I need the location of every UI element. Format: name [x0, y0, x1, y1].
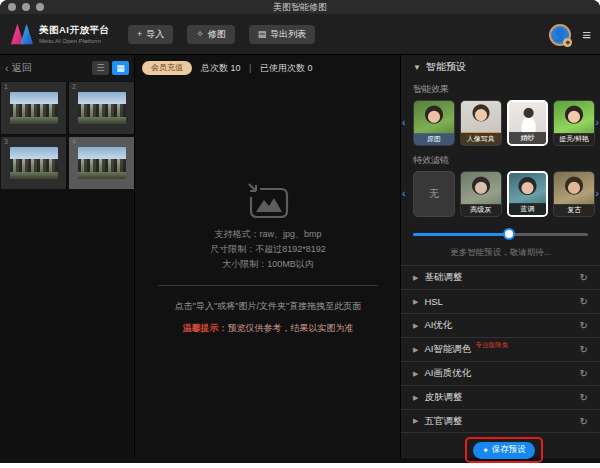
filters-label: 特效滤镜: [401, 150, 600, 171]
retouch-button[interactable]: ✧ 修图: [187, 25, 235, 44]
screenshot-margin: [0, 463, 600, 468]
dropzone[interactable]: 支持格式：raw、jpg、bmp 尺寸限制：不超过8192*8192 大小限制：…: [136, 181, 400, 335]
reset-icon[interactable]: ↻: [580, 392, 588, 403]
section-ai-color-grading[interactable]: ▶ AI智能调色 专业版限免 ↻: [401, 337, 600, 361]
caret-right-icon: ▶: [413, 370, 418, 378]
titlebar: 美图智能修图: [0, 0, 600, 14]
annotation-highlight-box: ✦ 保存预设: [465, 437, 543, 463]
effect-original[interactable]: 原图: [413, 100, 455, 146]
group-photo-preview: [78, 147, 126, 179]
reset-icon[interactable]: ↻: [580, 344, 588, 355]
drop-hint-text: 点击"导入"或将"图片/文件夹"直接拖拽至此页面: [136, 300, 400, 313]
filter-blue-tone-selected[interactable]: 蓝调: [507, 171, 549, 217]
effect-brighten-vivid[interactable]: 提亮/鲜艳: [553, 100, 595, 146]
window-title: 美图智能修图: [0, 0, 600, 14]
presets-panel: ▼ 智能预设 智能效果 ‹ 原图 人像写真 婚纱 提亮/鲜艳 ›: [400, 55, 600, 458]
section-label: AI智能调色: [424, 343, 471, 356]
usage-counters: 总次数 10 | 已使用次数 0: [201, 62, 312, 75]
caret-right-icon: ▶: [413, 346, 418, 354]
carousel-right-icon[interactable]: ›: [595, 116, 599, 128]
thumbnail-grid: 1 2 3 4: [0, 81, 134, 190]
reset-icon[interactable]: ↻: [580, 416, 588, 427]
section-ai-quality[interactable]: ▶ AI画质优化 ↻: [401, 361, 600, 385]
divider: [158, 285, 378, 286]
effect-label: 提亮/鲜艳: [554, 133, 594, 145]
section-label: 基础调整: [424, 271, 462, 284]
export-list-button[interactable]: ▤ 导出列表: [249, 25, 316, 44]
pro-free-badge: 专业版限免: [475, 341, 508, 350]
reset-icon[interactable]: ↻: [580, 272, 588, 283]
menu-icon[interactable]: ≡: [582, 26, 590, 43]
group-photo-preview: [10, 147, 58, 179]
star-icon: ✦: [482, 446, 489, 455]
section-label: AI优化: [424, 319, 452, 332]
photo-thumbnail-4-selected[interactable]: 4: [69, 137, 134, 189]
section-label: HSL: [424, 296, 442, 307]
group-photo-preview: [78, 92, 126, 124]
filter-slider-handle[interactable]: [503, 228, 515, 240]
save-preset-label: 保存预设: [492, 444, 526, 456]
filter-retro[interactable]: 复古: [553, 171, 595, 217]
caret-down-icon: ▼: [413, 63, 421, 72]
carousel-left-icon[interactable]: ‹: [402, 187, 406, 199]
brand-subtitle: Meitu AI Open Platform: [39, 38, 110, 44]
section-basic-adjust[interactable]: ▶ 基础调整 ↻: [401, 265, 600, 289]
section-label: 皮肤调整: [424, 391, 462, 404]
retouch-button-label: 修图: [208, 28, 226, 41]
photo-thumbnail-1[interactable]: 1: [1, 82, 66, 134]
sidebar: ‹ 返回 ☰ ▦ 1 2 3 4: [0, 55, 135, 458]
caret-right-icon: ▶: [413, 394, 418, 402]
filter-intensity-slider[interactable]: [413, 225, 588, 243]
toolbar-right: 👤 ◆ ≡: [549, 14, 590, 55]
grid-view-button[interactable]: ▦: [112, 61, 129, 75]
member-recharge-button[interactable]: 会员充值: [142, 61, 192, 75]
effect-wedding-selected[interactable]: 婚纱: [507, 100, 549, 146]
effects-carousel: ‹ 原图 人像写真 婚纱 提亮/鲜艳 ›: [401, 100, 600, 150]
filter-label: 蓝调: [509, 203, 547, 215]
list-view-button[interactable]: ☰: [92, 61, 109, 75]
filters-carousel: ‹ 无 高级灰 蓝调 复古 ›: [401, 171, 600, 221]
smart-presets-title: 智能预设: [426, 60, 466, 74]
save-preset-button[interactable]: ✦ 保存预设: [473, 442, 535, 459]
photo-thumbnail-2[interactable]: 2: [69, 82, 134, 134]
filter-advanced-gray[interactable]: 高级灰: [460, 171, 502, 217]
effect-label: 原图: [414, 133, 454, 145]
group-photo-preview: [10, 92, 58, 124]
caret-right-icon: ▶: [413, 298, 418, 306]
chevron-left-icon: ‹: [5, 62, 9, 74]
plus-icon: +: [137, 29, 142, 39]
filter-slider-fill: [413, 233, 509, 236]
back-button[interactable]: ‹ 返回: [5, 61, 32, 75]
section-ai-optimize[interactable]: ▶ AI优化 ↻: [401, 313, 600, 337]
effect-label: 婚纱: [509, 132, 547, 144]
smart-presets-header[interactable]: ▼ 智能预设: [401, 55, 600, 79]
effect-portrait[interactable]: 人像写真: [460, 100, 502, 146]
carousel-right-icon[interactable]: ›: [595, 187, 599, 199]
filter-none[interactable]: 无: [413, 171, 455, 217]
back-label: 返回: [12, 61, 32, 75]
brand-text: 美图AI开放平台 Meitu AI Open Platform: [39, 24, 110, 44]
total-count-value: 10: [231, 63, 241, 73]
reset-icon[interactable]: ↻: [580, 368, 588, 379]
thumbnail-index: 3: [4, 138, 8, 145]
meitu-logo-icon: [10, 22, 34, 46]
reset-icon[interactable]: ↻: [580, 296, 588, 307]
filesize-limit-text: 大小限制：100MB以内: [136, 257, 400, 272]
import-button[interactable]: + 导入: [128, 25, 173, 44]
more-presets-text: 更多智能预设，敬请期待...: [401, 247, 600, 261]
photo-thumbnail-3[interactable]: 3: [1, 137, 66, 189]
usage-bar: 会员充值 总次数 10 | 已使用次数 0: [136, 55, 400, 81]
main-area: 会员充值 总次数 10 | 已使用次数 0 支持格式：raw、jpg、bmp 尺…: [136, 55, 400, 458]
section-facial-features[interactable]: ▶ 五官调整 ↻: [401, 409, 600, 433]
view-toggles: ☰ ▦: [92, 61, 129, 75]
user-avatar[interactable]: 👤 ◆: [549, 24, 571, 46]
caret-right-icon: ▶: [413, 417, 418, 425]
reset-icon[interactable]: ↻: [580, 320, 588, 331]
section-hsl[interactable]: ▶ HSL ↻: [401, 289, 600, 313]
section-skin-adjust[interactable]: ▶ 皮肤调整 ↻: [401, 385, 600, 409]
brand-name: 美图AI开放平台: [39, 24, 110, 37]
tip-label: 温馨提示：: [183, 323, 228, 333]
carousel-left-icon[interactable]: ‹: [402, 116, 406, 128]
brand: 美图AI开放平台 Meitu AI Open Platform: [10, 22, 128, 46]
vip-badge-icon: ◆: [563, 38, 572, 47]
